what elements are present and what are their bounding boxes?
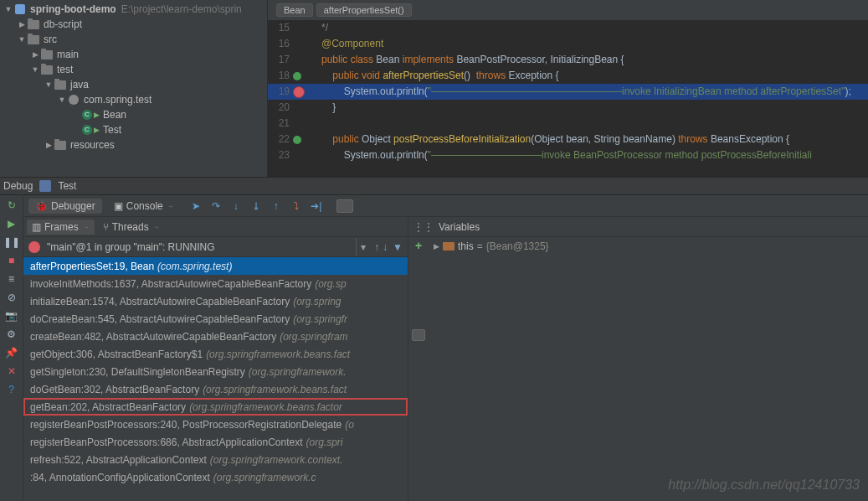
stack-frame-package: (org.springfram bbox=[280, 331, 347, 343]
variables-tree[interactable]: ▶ this = {Bean@1325} bbox=[429, 237, 868, 501]
tab-threads[interactable]: ⑂ Threads → bbox=[98, 220, 165, 235]
tree-item-label: Test bbox=[103, 124, 121, 136]
tree-item[interactable]: ▼java bbox=[3, 77, 267, 92]
breakpoint-icon[interactable] bbox=[293, 86, 305, 98]
close-icon[interactable]: ✕ bbox=[5, 364, 18, 378]
code-editor[interactable]: Bean afterPropertiesSet() 15*/16@Compone… bbox=[268, 0, 868, 177]
stack-frame-text: doGetBean:302, AbstractBeanFactory bbox=[30, 384, 199, 395]
override-icon[interactable] bbox=[293, 72, 301, 80]
stack-frame-text: refresh:522, AbstractApplicationContext bbox=[30, 454, 207, 466]
add-watch-icon[interactable]: + bbox=[415, 239, 422, 252]
gutter[interactable] bbox=[293, 136, 321, 144]
help-icon[interactable]: ? bbox=[5, 383, 18, 396]
stack-frame-package: (com.spring.test) bbox=[157, 261, 232, 272]
line-number: 16 bbox=[268, 36, 293, 52]
tree-item[interactable]: ▶db-script bbox=[3, 17, 267, 32]
expand-arrow-icon[interactable]: ▼ bbox=[44, 80, 54, 89]
tab-console[interactable]: ▣ Console → bbox=[107, 199, 181, 214]
stack-frame[interactable]: getObject:306, AbstractBeanFactory$1(org… bbox=[23, 345, 408, 363]
thread-selector[interactable]: "main"@1 in group "main": RUNNING ▾ ↑ ↓ … bbox=[23, 237, 408, 257]
tree-item[interactable]: ▼com.spring.test bbox=[3, 92, 267, 107]
evaluate-expression-icon[interactable] bbox=[336, 199, 353, 213]
code-line[interactable]: 18 public void afterPropertiesSet() thro… bbox=[268, 68, 868, 84]
step-over-icon[interactable]: ↷ bbox=[209, 200, 223, 212]
stack-frame[interactable]: refresh:522, AbstractApplicationContext(… bbox=[23, 451, 408, 468]
drop-frame-icon[interactable]: ⤵ bbox=[290, 200, 303, 212]
force-step-into-icon[interactable]: ⤓ bbox=[249, 200, 263, 212]
tree-item[interactable]: ▶resources bbox=[3, 137, 267, 152]
code-line[interactable]: 20 } bbox=[268, 100, 868, 116]
project-path-hint: E:\project\learn-demo\sprin bbox=[121, 3, 242, 15]
stack-frame[interactable]: doCreateBean:545, AbstractAutowireCapabl… bbox=[23, 310, 408, 328]
stack-frame[interactable]: getBean:202, AbstractBeanFactory(org.spr… bbox=[23, 398, 408, 416]
expand-arrow-icon[interactable]: ▶ bbox=[44, 141, 54, 149]
stack-frame[interactable]: :84, AnnotationConfigApplicationContext(… bbox=[23, 468, 408, 486]
tab-frames[interactable]: ▥ Frames → bbox=[27, 220, 95, 235]
step-into-icon[interactable]: ↓ bbox=[229, 200, 243, 212]
code-line[interactable]: 16@Component bbox=[268, 36, 868, 52]
get-thread-dump-icon[interactable]: 📷 bbox=[5, 309, 18, 323]
stack-frame[interactable]: doGetBean:302, AbstractBeanFactory(org.s… bbox=[23, 380, 408, 398]
show-execution-point-icon[interactable]: ➤ bbox=[189, 200, 203, 212]
next-frame-icon[interactable]: ↓ bbox=[383, 241, 388, 253]
mute-breakpoints-icon[interactable]: ⊘ bbox=[5, 291, 18, 304]
project-tree[interactable]: ▼ spring-boot-demo E:\project\learn-demo… bbox=[0, 0, 268, 177]
resume-icon[interactable]: ▶ bbox=[5, 217, 18, 230]
expand-arrow-icon[interactable]: ▶ bbox=[30, 50, 40, 59]
tree-item[interactable]: ▶Test bbox=[3, 122, 267, 137]
filter-icon[interactable]: ▼ bbox=[393, 241, 406, 253]
frames-tab-icon: ▥ bbox=[32, 221, 41, 233]
expand-arrow-icon[interactable]: ▼ bbox=[57, 96, 67, 104]
code-line[interactable]: 19 System.out.println("—————————————————… bbox=[268, 84, 868, 100]
tree-item[interactable]: ▼src bbox=[3, 32, 267, 47]
view-breakpoints-icon[interactable]: ≡ bbox=[5, 272, 18, 286]
expand-arrow-icon[interactable]: ▼ bbox=[30, 65, 40, 74]
code-line[interactable]: 23 System.out.println("———————————invoke… bbox=[268, 147, 868, 163]
expand-arrow-icon[interactable]: ▼ bbox=[17, 35, 27, 44]
code-line[interactable]: 22 public Object postProcessBeforeInitia… bbox=[268, 132, 868, 147]
line-number: 23 bbox=[268, 147, 293, 163]
pause-icon[interactable]: ❚❚ bbox=[5, 235, 18, 249]
breadcrumb-item-class[interactable]: Bean bbox=[276, 3, 313, 17]
tree-item[interactable]: ▶Bean bbox=[3, 107, 267, 122]
thread-dropdown-button[interactable]: ▾ bbox=[356, 238, 369, 256]
stack-frames-list[interactable]: afterPropertiesSet:19, Bean(com.spring.t… bbox=[23, 257, 408, 501]
gutter[interactable] bbox=[293, 72, 321, 80]
code-line[interactable]: 17public class Bean implements BeanPostP… bbox=[268, 52, 868, 68]
stack-frame[interactable]: afterPropertiesSet:19, Bean(com.spring.t… bbox=[23, 257, 408, 275]
tree-item[interactable]: ▼test bbox=[3, 62, 267, 77]
expand-arrow-icon[interactable]: ▶ bbox=[434, 242, 439, 250]
stack-frame[interactable]: registerBeanPostProcessors:240, PostProc… bbox=[23, 416, 408, 433]
expand-arrow-icon[interactable]: ▶ bbox=[17, 20, 27, 28]
stop-icon[interactable]: ■ bbox=[5, 254, 18, 267]
line-number: 15 bbox=[268, 20, 293, 36]
code-line[interactable]: 21 bbox=[268, 116, 868, 132]
override-icon[interactable] bbox=[293, 136, 301, 144]
variables-grip-icon: ⋮⋮ bbox=[413, 221, 434, 233]
stack-frame[interactable]: invokeInitMethods:1637, AbstractAutowire… bbox=[23, 275, 408, 292]
project-root[interactable]: ▼ spring-boot-demo E:\project\learn-demo… bbox=[3, 2, 267, 17]
debugger-tab-icon: 🐞 bbox=[35, 200, 48, 212]
prev-frame-icon[interactable]: ↑ bbox=[374, 241, 379, 253]
stack-frame[interactable]: getSingleton:230, DefaultSingletonBeanRe… bbox=[23, 363, 408, 380]
gutter[interactable] bbox=[293, 86, 321, 98]
stack-frame[interactable]: initializeBean:1574, AbstractAutowireCap… bbox=[23, 292, 408, 310]
variable-row[interactable]: ▶ this = {Bean@1325} bbox=[434, 240, 863, 252]
toolwindow-label-debug[interactable]: Debug bbox=[3, 180, 33, 192]
pin-icon[interactable]: 📌 bbox=[5, 346, 18, 359]
show-watches-icon[interactable] bbox=[412, 329, 425, 341]
breadcrumb-item-method[interactable]: afterPropertiesSet() bbox=[316, 3, 412, 17]
expand-arrow-icon[interactable]: ▼ bbox=[3, 5, 13, 13]
rerun-icon[interactable]: ↻ bbox=[5, 199, 18, 212]
stack-frame[interactable]: registerBeanPostProcessors:686, Abstract… bbox=[23, 433, 408, 451]
tree-item[interactable]: ▶main bbox=[3, 47, 267, 62]
stack-frame-text: initializeBean:1574, AbstractAutowireCap… bbox=[30, 296, 290, 307]
code-area[interactable]: 15*/16@Component17public class Bean impl… bbox=[268, 20, 868, 177]
settings-icon[interactable]: ⚙ bbox=[5, 328, 18, 341]
run-to-cursor-icon[interactable]: ➔| bbox=[310, 200, 323, 212]
toolwindow-label-runconfig[interactable]: Test bbox=[58, 180, 76, 192]
step-out-icon[interactable]: ↑ bbox=[270, 200, 283, 212]
stack-frame[interactable]: createBean:482, AbstractAutowireCapableB… bbox=[23, 328, 408, 345]
code-line[interactable]: 15*/ bbox=[268, 20, 868, 36]
tab-debugger[interactable]: 🐞 Debugger bbox=[28, 199, 102, 214]
